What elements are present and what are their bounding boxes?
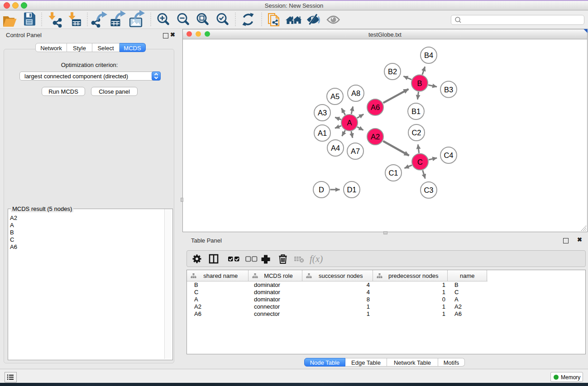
svg-text:A4: A4 [331,144,340,152]
svg-text:A2: A2 [371,133,380,141]
svg-text:f(x): f(x) [310,253,323,264]
svg-text:C3: C3 [424,186,433,194]
svg-text:D: D [319,186,324,194]
svg-text:A5: A5 [330,92,339,100]
svg-text:A3: A3 [318,109,327,117]
svg-text:A7: A7 [351,147,360,155]
svg-text:B3: B3 [444,86,453,94]
svg-text:B1: B1 [411,107,421,115]
svg-text:A1: A1 [318,129,327,137]
svg-text:B2: B2 [388,67,397,76]
svg-text:C4: C4 [444,151,453,159]
svg-text:A6: A6 [371,103,380,111]
svg-text:C: C [417,158,423,166]
svg-text:B: B [417,79,422,87]
svg-text:C1: C1 [388,169,398,177]
svg-text:D1: D1 [347,186,356,194]
svg-text:A8: A8 [351,89,360,97]
svg-text:B4: B4 [424,51,433,59]
svg-text:A: A [347,119,352,127]
svg-text:C2: C2 [411,129,421,137]
